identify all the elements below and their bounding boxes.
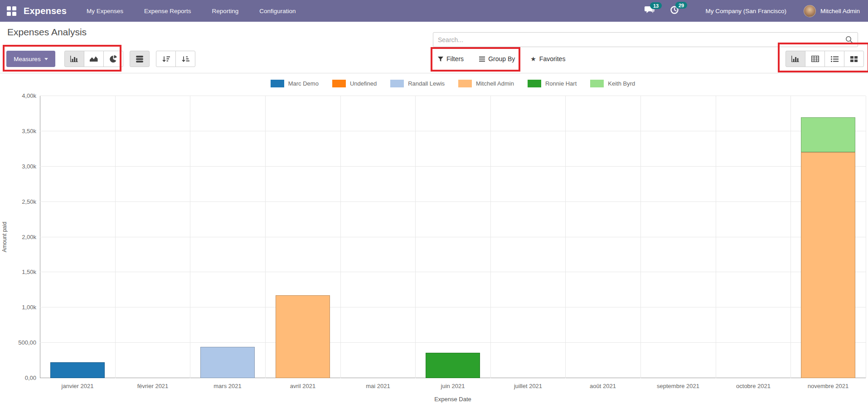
page-title: Expenses Analysis — [7, 27, 87, 38]
search-options: Filters Group By ★ Favorites — [438, 51, 565, 67]
y-tick-label: 3,50k — [4, 128, 36, 134]
pie-chart-button[interactable] — [103, 51, 123, 67]
v-gridline — [490, 96, 491, 378]
bar-segment[interactable] — [276, 295, 330, 378]
company-switcher[interactable]: My Company (San Francisco) — [705, 8, 786, 14]
v-gridline — [415, 96, 416, 378]
messages-button[interactable]: 13 — [645, 6, 655, 16]
menu-my-expenses[interactable]: My Expenses — [87, 8, 123, 14]
v-gridline — [866, 96, 866, 378]
v-gridline — [265, 96, 266, 378]
view-switcher — [786, 51, 864, 67]
v-gridline — [790, 96, 791, 378]
legend-item[interactable]: Randall Lewis — [390, 80, 445, 87]
y-tick-label: 1,50k — [4, 269, 36, 275]
v-gridline — [340, 96, 341, 378]
view-pivot-button[interactable] — [805, 51, 825, 67]
filters-button[interactable]: Filters — [438, 55, 464, 62]
x-tick-label: avril 2021 — [265, 383, 340, 389]
search-icon[interactable] — [845, 36, 853, 43]
menu-reporting[interactable]: Reporting — [212, 8, 239, 14]
area-chart-button[interactable] — [84, 51, 104, 67]
chart-type-switcher — [64, 51, 123, 67]
group-by-icon — [479, 57, 485, 62]
h-gridline — [40, 131, 866, 131]
h-gridline — [40, 342, 866, 343]
user-menu[interactable]: Mitchell Admin — [820, 8, 860, 14]
chevron-down-icon — [44, 58, 48, 60]
legend-item[interactable]: Undefined — [332, 80, 377, 87]
view-list-button[interactable] — [824, 51, 844, 67]
y-tick-label: 500,00 — [4, 339, 36, 346]
main-menu: My Expenses Expense Reports Reporting Co… — [87, 8, 296, 14]
bar-segment[interactable] — [200, 347, 255, 378]
list-view-icon — [831, 56, 839, 62]
x-tick-label: juillet 2021 — [490, 383, 566, 389]
h-gridline — [40, 96, 866, 96]
bar-segment[interactable] — [801, 117, 855, 152]
sort-asc-icon — [182, 56, 189, 62]
legend-label: Undefined — [350, 80, 377, 87]
legend-label: Randall Lewis — [408, 80, 445, 87]
legend-swatch — [458, 80, 472, 87]
v-gridline — [716, 96, 716, 378]
messages-badge: 13 — [650, 2, 661, 9]
legend-label: Keith Byrd — [608, 80, 635, 87]
apps-menu-icon[interactable] — [7, 6, 16, 16]
favorites-button[interactable]: ★ Favorites — [530, 55, 565, 62]
kanban-view-icon — [850, 56, 858, 62]
legend-item[interactable]: Keith Byrd — [590, 80, 635, 87]
filters-label: Filters — [446, 55, 464, 62]
x-tick-label: novembre 2021 — [790, 383, 866, 389]
bar-segment[interactable] — [50, 362, 105, 378]
control-panel: Expenses Analysis Measures — [0, 22, 868, 73]
v-gridline — [640, 96, 641, 378]
bar-chart-button[interactable] — [64, 51, 84, 67]
bar-segment[interactable] — [801, 152, 855, 378]
sort-descending-button[interactable] — [156, 51, 176, 67]
top-navbar: Expenses My Expenses Expense Reports Rep… — [0, 0, 868, 22]
legend-item[interactable]: Mitchell Admin — [458, 80, 514, 87]
h-gridline — [40, 237, 866, 237]
y-axis-line — [40, 96, 40, 378]
x-tick-label: septembre 2021 — [640, 383, 716, 389]
graph-view-icon — [791, 56, 800, 62]
area-chart-icon — [90, 56, 98, 62]
legend-swatch — [390, 80, 404, 87]
legend-swatch — [332, 80, 346, 87]
x-tick-label: août 2021 — [565, 383, 640, 389]
view-kanban-button[interactable] — [844, 51, 864, 67]
stacked-icon — [136, 56, 143, 62]
legend-item[interactable]: Ronnie Hart — [528, 80, 577, 87]
x-tick-label: mai 2021 — [340, 383, 416, 389]
plot-area: janvier 2021février 2021mars 2021avril 2… — [40, 96, 866, 378]
bar-segment[interactable] — [426, 353, 480, 378]
star-icon: ★ — [530, 55, 536, 62]
x-tick-label: mars 2021 — [190, 383, 265, 389]
view-graph-button[interactable] — [786, 51, 805, 67]
sort-ascending-button[interactable] — [175, 51, 195, 67]
group-by-label: Group By — [488, 55, 515, 62]
legend-swatch — [271, 80, 284, 87]
stacked-toggle-button[interactable] — [130, 51, 150, 67]
favorites-label: Favorites — [539, 55, 566, 62]
y-tick-label: 4,00k — [4, 92, 36, 99]
legend-item[interactable]: Marc Demo — [271, 80, 319, 87]
expenses-analysis-chart: Marc DemoUndefinedRandall LewisMitchell … — [0, 73, 868, 408]
group-by-button[interactable]: Group By — [479, 55, 515, 62]
filter-icon — [438, 57, 443, 62]
navbar-right: 13 29 My Company (San Francisco) Mitchel… — [645, 5, 868, 17]
menu-configuration[interactable]: Configuration — [259, 8, 296, 14]
menu-expense-reports[interactable]: Expense Reports — [144, 8, 191, 14]
h-gridline — [40, 307, 866, 307]
app-brand[interactable]: Expenses — [24, 6, 67, 16]
search-input[interactable] — [433, 36, 845, 43]
activities-badge: 29 — [675, 2, 687, 9]
activities-button[interactable]: 29 — [670, 5, 679, 16]
user-avatar[interactable] — [804, 5, 816, 17]
legend-swatch — [528, 80, 541, 87]
legend-swatch — [590, 80, 604, 87]
measures-button[interactable]: Measures — [6, 51, 55, 67]
x-tick-label: octobre 2021 — [716, 383, 791, 389]
legend-label: Ronnie Hart — [545, 80, 577, 87]
